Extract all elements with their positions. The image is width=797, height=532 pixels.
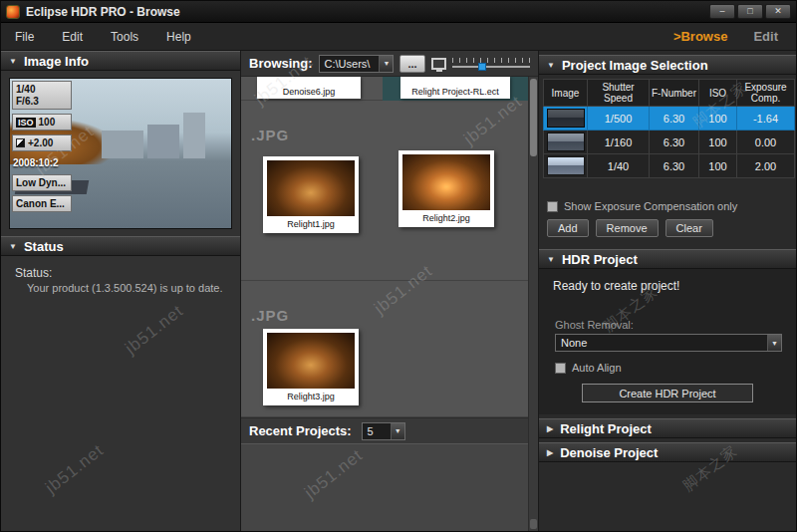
cell-shutter: 1/160 (588, 131, 650, 154)
slider-track (452, 66, 530, 68)
status-label: Status: (1, 256, 240, 282)
cell-iso: 100 (699, 131, 737, 154)
collapse-icon: ▼ (547, 255, 555, 264)
file-grid: Denoise6.jpg Relight Project-RL.ect .JPG… (241, 77, 528, 417)
iso-badge: ISO (16, 118, 36, 128)
menu-edit[interactable]: Edit (48, 23, 97, 51)
cell-fnumber: 6.30 (650, 154, 699, 178)
show-ev-only-checkbox[interactable] (547, 201, 558, 212)
browsing-toolbar: Browsing: C:\Users\ ▼ ... (241, 51, 538, 77)
table-row[interactable]: 1/40 6.30 100 2.00 (544, 154, 795, 178)
close-button[interactable]: ✕ (765, 4, 791, 19)
table-row[interactable]: 1/500 6.30 100 -1.64 (544, 107, 795, 131)
hdr-project-title: HDR Project (562, 252, 638, 267)
window-title: Eclipse HDR PRO - Browse (26, 5, 180, 19)
menu-tools[interactable]: Tools (97, 23, 152, 51)
photo-building (102, 131, 143, 158)
app-window: Eclipse HDR PRO - Browse – □ ✕ File Edit… (0, 0, 797, 532)
exif-shutter: 1/40 (16, 84, 35, 95)
exif-ev-value: +2.00 (28, 137, 53, 148)
row-thumbnail (547, 109, 585, 128)
browse-folder-button[interactable]: ... (399, 55, 424, 73)
file-group-row: .JPG Relight1.jpg Relight2.jpg (241, 101, 528, 281)
status-message: Your product (1.3.500.524) is up to date… (1, 282, 240, 294)
chevron-down-icon: ▼ (379, 56, 393, 72)
expand-icon: ▶ (547, 448, 553, 457)
selected-file-tile[interactable]: Relight Project-RL.ect (383, 77, 528, 101)
chevron-down-icon: ▼ (391, 423, 404, 439)
expand-icon: ▶ (547, 424, 553, 433)
hdr-project-content: Ready to create project! Ghost Removal: … (539, 269, 796, 414)
file-group-row: .JPG Relight3.jpg (241, 281, 528, 417)
add-button[interactable]: Add (547, 219, 589, 237)
slider-handle[interactable] (478, 63, 486, 71)
denoise-project-header[interactable]: ▶ Denoise Project (539, 442, 796, 462)
relight-project-header[interactable]: ▶ Relight Project (539, 418, 796, 438)
exif-ev: +2.00 (12, 134, 72, 151)
cell-iso: 100 (699, 154, 737, 178)
cell-shutter: 1/40 (588, 154, 650, 178)
hdr-project-header[interactable]: ▼ HDR Project (539, 249, 796, 269)
show-ev-only-label: Show Exposure Compensation only (564, 200, 737, 212)
group-label: .JPG (251, 127, 289, 143)
table-row[interactable]: 1/160 6.30 100 0.00 (544, 131, 795, 154)
cell-ev: -1.64 (737, 107, 795, 131)
recent-projects-label: Recent Projects: (249, 423, 352, 438)
menu-help[interactable]: Help (152, 23, 205, 51)
browsing-label: Browsing: (249, 56, 313, 71)
file-name: Relight1.jpg (267, 216, 355, 231)
view-mode-icon[interactable] (431, 58, 447, 70)
exif-camera[interactable]: Canon E... (12, 195, 72, 212)
col-shutter-speed: Shutter Speed (588, 80, 650, 107)
left-panel: ▼ Image Info 1/40 F/6.3 ISO 100 +2.0 (1, 51, 240, 531)
scrollbar-thumb[interactable] (530, 79, 537, 156)
minimize-button[interactable]: – (709, 4, 735, 19)
exif-dynamic-range[interactable]: Low Dyn... (12, 174, 72, 191)
col-image: Image (544, 80, 588, 107)
chevron-down-icon: ▼ (767, 335, 781, 351)
recent-projects-area (241, 443, 528, 531)
file-card[interactable]: Relight2.jpg (398, 150, 494, 227)
menu-bar: File Edit Tools Help >Browse Edit (1, 23, 796, 51)
file-thumbnail (267, 160, 355, 216)
project-image-selection-header[interactable]: ▼ Project Image Selection (539, 55, 796, 75)
exif-iso-value: 100 (39, 117, 56, 128)
selection-buttons: Add Remove Clear (539, 212, 796, 245)
clear-button[interactable]: Clear (665, 219, 713, 237)
menu-file[interactable]: File (1, 23, 48, 51)
file-name: Relight3.jpg (267, 389, 355, 403)
project-panel: ▼ Project Image Selection Image Shutter … (539, 51, 796, 531)
auto-align-row: Auto Align (539, 362, 796, 374)
exif-date: 2008:10:2 (12, 155, 72, 170)
status-header[interactable]: ▼ Status (1, 236, 240, 256)
recent-projects-bar: Recent Projects: 5 ▼ (241, 417, 528, 443)
mode-browse[interactable]: >Browse (673, 29, 728, 44)
mode-edit[interactable]: Edit (753, 29, 778, 44)
browser-panel: Browsing: C:\Users\ ▼ ... Denoise6.jpg R… (240, 51, 539, 531)
ghost-removal-dropdown[interactable]: None ▼ (555, 334, 782, 352)
cell-iso: 100 (699, 107, 737, 131)
path-dropdown[interactable]: C:\Users\ ▼ (319, 55, 395, 73)
vertical-scrollbar[interactable] (528, 77, 538, 531)
exif-overlay: 1/40 F/6.3 ISO 100 +2.00 2008:10:2 Low D… (12, 81, 72, 212)
file-card[interactable]: Denoise6.jpg (257, 77, 361, 99)
recent-projects-dropdown[interactable]: 5 ▼ (362, 422, 405, 440)
mode-switcher: >Browse Edit (673, 29, 796, 44)
file-card[interactable]: Relight1.jpg (263, 156, 359, 233)
file-thumbnail (402, 154, 490, 210)
create-hdr-project-button[interactable]: Create HDR Project (582, 384, 753, 402)
photo-building (147, 125, 179, 158)
image-info-header[interactable]: ▼ Image Info (1, 51, 240, 71)
file-card[interactable]: Relight3.jpg (263, 329, 359, 405)
maximize-button[interactable]: □ (737, 4, 763, 19)
col-exposure-comp: Exposure Comp. (737, 80, 795, 107)
auto-align-checkbox[interactable] (555, 363, 566, 374)
exif-aperture: F/6.3 (16, 96, 39, 107)
group-label: .JPG (251, 307, 289, 324)
file-group-row: Denoise6.jpg Relight Project-RL.ect (241, 77, 528, 101)
exif-iso: ISO 100 (12, 114, 72, 131)
remove-button[interactable]: Remove (596, 219, 659, 237)
file-card[interactable]: Relight Project-RL.ect (400, 77, 510, 99)
show-ev-only-row: Show Exposure Compensation only (539, 200, 796, 212)
scrollbar-down-arrow[interactable] (530, 519, 537, 529)
